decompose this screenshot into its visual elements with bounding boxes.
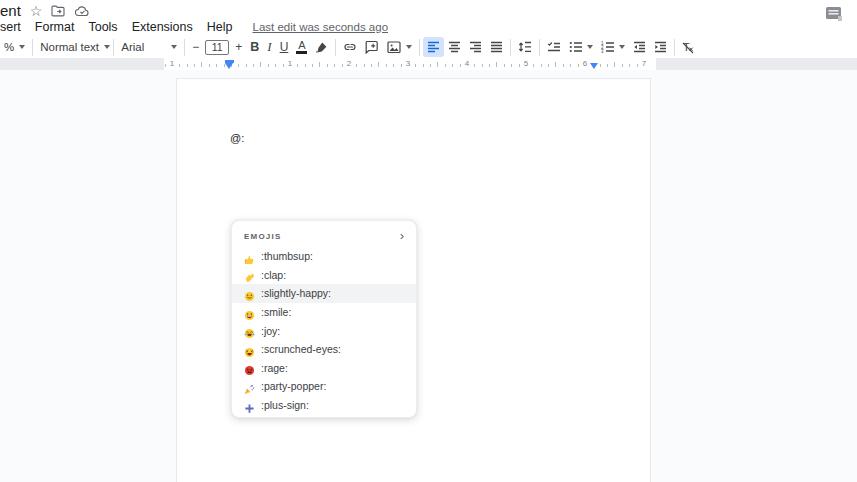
clear-formatting-button[interactable]: T xyxy=(678,37,700,57)
chevron-down-icon xyxy=(619,45,625,49)
highlighter-pen-icon xyxy=(315,41,328,54)
paragraph-style-select[interactable]: Normal text xyxy=(36,37,110,57)
menubar: sert Format Tools Extensions Help Last e… xyxy=(0,19,388,35)
italic-button[interactable]: I xyxy=(263,37,275,57)
emoji-item-label: :joy: xyxy=(261,325,280,337)
divider xyxy=(539,39,540,56)
align-justify-button[interactable] xyxy=(486,37,507,57)
emoji-item-scrunched-eyes[interactable]: :scrunched-eyes: xyxy=(232,340,416,359)
chevron-down-icon xyxy=(406,45,412,49)
align-right-icon xyxy=(469,41,482,53)
chevron-down-icon xyxy=(104,45,110,49)
insert-link-button[interactable] xyxy=(339,37,361,57)
emoji-menu-title: EMOJIS xyxy=(244,232,281,241)
zoom-select[interactable]: % xyxy=(0,37,29,57)
divider xyxy=(335,39,336,56)
image-icon xyxy=(387,41,401,54)
left-indent-marker[interactable] xyxy=(225,60,234,69)
bold-button[interactable]: B xyxy=(246,37,263,57)
titlebar: ent ☆ xyxy=(0,0,857,20)
numbered-list-button[interactable]: 123 xyxy=(597,37,629,57)
smile-emoji xyxy=(244,307,255,318)
document-title[interactable]: ent xyxy=(0,2,21,19)
cloud-saved-icon[interactable] xyxy=(74,3,90,19)
emoji-item-joy[interactable]: :joy: xyxy=(232,321,416,340)
clap-emoji xyxy=(244,269,255,280)
divider xyxy=(510,39,511,56)
link-icon xyxy=(343,40,357,54)
font-size-input[interactable]: 11 xyxy=(205,40,229,55)
document-canvas: @: EMOJIS › :thumbsup::clap::slightly-ha… xyxy=(0,70,857,482)
highlight-color-button[interactable] xyxy=(311,37,332,57)
emoji-item-label: :smile: xyxy=(261,306,291,318)
emoji-item-party-popper[interactable]: :party-popper: xyxy=(232,377,416,396)
align-left-icon xyxy=(427,41,440,53)
checklist-button[interactable] xyxy=(543,37,565,57)
underline-button[interactable]: U xyxy=(276,37,293,57)
emoji-item-label: :party-popper: xyxy=(261,380,326,392)
insert-image-button[interactable] xyxy=(383,37,416,57)
emoji-item-thumbsup[interactable]: :thumbsup: xyxy=(232,247,416,266)
align-right-button[interactable] xyxy=(465,37,486,57)
emoji-item-label: :clap: xyxy=(261,269,286,281)
move-to-folder-icon[interactable] xyxy=(50,3,66,19)
emoji-item-label: :thumbsup: xyxy=(261,250,313,262)
emoji-item-label: :slightly-happy: xyxy=(261,287,331,299)
party-popper-emoji xyxy=(244,381,255,392)
text-color-button[interactable]: A xyxy=(292,37,311,57)
decrease-indent-icon xyxy=(633,41,646,53)
divider xyxy=(32,39,33,56)
font-size-decrease-button[interactable]: − xyxy=(188,37,203,57)
emoji-item-rage[interactable]: :rage: xyxy=(232,359,416,378)
line-spacing-button[interactable] xyxy=(514,37,536,57)
font-select[interactable]: Arial xyxy=(117,37,181,57)
line-spacing-icon xyxy=(518,41,532,53)
emoji-item-slightly-happy[interactable]: :slightly-happy: xyxy=(232,284,416,303)
plus-sign-emoji xyxy=(244,400,255,411)
emoji-item-label: :rage: xyxy=(261,362,288,374)
thumbsup-emoji xyxy=(244,251,255,262)
google-docs-window: ent ☆ sert Format Tools Extensions Help … xyxy=(0,0,857,482)
star-icon[interactable]: ☆ xyxy=(28,3,44,19)
side-panel-icon[interactable] xyxy=(825,6,843,22)
right-indent-marker[interactable] xyxy=(590,63,598,69)
emoji-item-plus-sign[interactable]: :plus-sign: xyxy=(232,396,416,415)
chevron-down-icon xyxy=(19,45,25,49)
chevron-right-icon[interactable]: › xyxy=(400,231,404,241)
increase-indent-icon xyxy=(654,41,667,53)
menu-extensions[interactable]: Extensions xyxy=(132,20,193,34)
chevron-down-icon xyxy=(171,45,177,49)
joy-emoji xyxy=(244,325,255,336)
emoji-item-label: :plus-sign: xyxy=(261,399,309,411)
numbered-list-icon: 123 xyxy=(601,41,614,53)
decrease-indent-button[interactable] xyxy=(629,37,650,57)
scrunched-eyes-emoji xyxy=(244,344,255,355)
emoji-suggestion-menu: EMOJIS › :thumbsup::clap::slightly-happy… xyxy=(231,220,417,418)
divider xyxy=(674,39,675,56)
add-comment-button[interactable] xyxy=(361,37,383,57)
rage-emoji xyxy=(244,362,255,373)
menu-help[interactable]: Help xyxy=(207,20,233,34)
ruler[interactable]: 11234567 xyxy=(0,58,857,70)
align-left-button[interactable] xyxy=(423,37,444,57)
checklist-icon xyxy=(547,41,561,53)
menu-tools[interactable]: Tools xyxy=(88,20,117,34)
document-text[interactable]: @: xyxy=(230,132,244,144)
last-edit-link[interactable]: Last edit was seconds ago xyxy=(253,21,389,33)
align-center-button[interactable] xyxy=(444,37,465,57)
align-center-icon xyxy=(448,41,461,53)
increase-indent-button[interactable] xyxy=(650,37,671,57)
bulleted-list-button[interactable] xyxy=(565,37,597,57)
divider xyxy=(113,39,114,56)
font-size-increase-button[interactable]: + xyxy=(231,37,246,57)
divider xyxy=(419,39,420,56)
menu-insert-fragment[interactable]: sert xyxy=(0,20,21,34)
menu-format[interactable]: Format xyxy=(35,20,75,34)
emoji-item-smile[interactable]: :smile: xyxy=(232,303,416,322)
clear-formatting-icon: T xyxy=(682,41,696,54)
toolbar: % Normal text Arial − 11 + B I U A xyxy=(0,36,700,58)
align-justify-icon xyxy=(490,41,503,53)
emoji-item-label: :scrunched-eyes: xyxy=(261,343,341,355)
emoji-menu-header[interactable]: EMOJIS › xyxy=(232,221,416,247)
emoji-item-clap[interactable]: :clap: xyxy=(232,266,416,285)
